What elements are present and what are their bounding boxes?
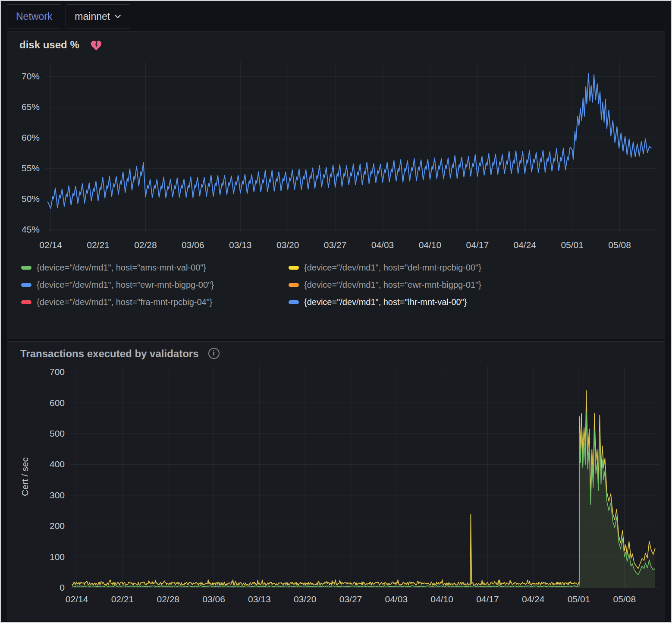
x-tick-label: 03/13: [248, 594, 271, 604]
x-tick-label: 04/10: [430, 594, 453, 604]
y-tick-label: 0: [60, 582, 65, 592]
legend-swatch: [289, 283, 299, 287]
legend-item[interactable]: {device="/dev/md1", host="fra-mnt-rpcbig…: [21, 297, 280, 307]
disk-chart-legend: {device="/dev/md1", host="ams-mnt-val-00…: [7, 258, 665, 307]
legend-item[interactable]: {device="/dev/md1", host="lhr-mnt-val-00…: [289, 297, 665, 307]
x-tick-label: 03/06: [202, 594, 225, 604]
disk-series-line: [48, 73, 652, 208]
legend-item[interactable]: {device="/dev/md1", host="del-mnt-rpcbig…: [289, 263, 665, 273]
dashboard-toolbar: Network mainnet: [1, 1, 671, 31]
x-tick-label: 03/27: [324, 240, 347, 250]
x-tick-label: 03/20: [276, 240, 299, 250]
x-tick-label: 05/01: [568, 594, 590, 604]
y-tick-label: 70%: [22, 71, 40, 81]
validator-certs-green-area: [72, 412, 655, 588]
x-tick-label: 03/27: [339, 594, 362, 604]
x-tick-label: 05/08: [613, 594, 636, 604]
x-tick-label: 02/21: [111, 594, 134, 604]
broken-heart-icon: [90, 39, 103, 51]
x-tick-label: 04/10: [419, 240, 442, 250]
panel-title: disk used %: [19, 39, 79, 51]
transactions-chart[interactable]: 010020030040050060070002/1402/2102/2803/…: [13, 360, 666, 613]
legend-label: {device="/dev/md1", host="fra-mnt-rpcbig…: [37, 297, 213, 307]
validator-certs-yellow-line: [72, 390, 655, 585]
panel-disk-used: disk used % 45%50%55%60%65%70%02/1402/21…: [7, 31, 665, 339]
info-circle-icon[interactable]: i: [208, 348, 220, 359]
y-tick-label: 400: [50, 459, 65, 469]
y-tick-label: 300: [50, 490, 65, 500]
x-tick-label: 02/28: [134, 240, 157, 250]
x-tick-label: 04/24: [522, 594, 545, 604]
network-variable-dropdown[interactable]: mainnet: [66, 4, 130, 28]
y-tick-label: 50%: [22, 194, 40, 204]
x-tick-label: 05/01: [561, 240, 584, 250]
x-tick-label: 04/03: [371, 240, 394, 250]
y-tick-label: 500: [50, 428, 65, 438]
x-tick-label: 04/17: [466, 240, 489, 250]
legend-swatch: [21, 283, 31, 287]
x-tick-label: 04/17: [476, 594, 499, 604]
x-tick-label: 02/28: [157, 594, 179, 604]
x-tick-label: 04/24: [514, 240, 537, 250]
legend-item[interactable]: {device="/dev/md1", host="ewr-mnt-bigpg-…: [21, 280, 280, 290]
x-tick-label: 02/21: [87, 240, 110, 250]
legend-label: {device="/dev/md1", host="ams-mnt-val-00…: [37, 263, 206, 273]
network-value: mainnet: [75, 11, 110, 22]
legend-swatch: [289, 266, 299, 270]
network-variable-label[interactable]: Network: [7, 4, 61, 28]
x-tick-label: 03/13: [229, 240, 252, 250]
x-tick-label: 03/06: [182, 240, 204, 250]
legend-item[interactable]: {device="/dev/md1", host="ams-mnt-val-00…: [21, 263, 280, 273]
legend-swatch: [289, 300, 299, 304]
legend-item[interactable]: {device="/dev/md1", host="ewr-mnt-bigpg-…: [289, 280, 665, 290]
y-axis-label: Cert / sec: [20, 457, 30, 496]
y-tick-label: 45%: [22, 224, 40, 234]
validator-certs-green-line: [72, 412, 655, 587]
network-label: Network: [16, 11, 52, 22]
y-tick-label: 700: [50, 367, 65, 377]
legend-swatch: [21, 300, 31, 304]
x-tick-label: 04/03: [385, 594, 408, 604]
validator-certs-yellow-area: [72, 390, 655, 588]
chevron-down-icon: [114, 14, 121, 19]
y-tick-label: 600: [50, 398, 65, 408]
x-tick-label: 02/14: [66, 594, 88, 604]
legend-label: {device="/dev/md1", host="ewr-mnt-bigpg-…: [37, 280, 214, 290]
y-tick-label: 60%: [22, 132, 40, 142]
panel-transactions: Transactions executed by validators i 01…: [7, 341, 665, 621]
legend-label: {device="/dev/md1", host="ewr-mnt-bigpg-…: [304, 280, 481, 290]
disk-used-chart[interactable]: 45%50%55%60%65%70%02/1402/2102/2803/0603…: [13, 52, 660, 257]
y-tick-label: 100: [50, 552, 65, 562]
x-tick-label: 05/08: [608, 240, 631, 250]
y-tick-label: 55%: [22, 163, 40, 173]
y-tick-label: 200: [50, 521, 65, 531]
legend-label: {device="/dev/md1", host="lhr-mnt-val-00…: [304, 297, 467, 307]
x-tick-label: 02/14: [39, 240, 62, 250]
legend-label: {device="/dev/md1", host="del-mnt-rpcbig…: [304, 263, 481, 273]
x-tick-label: 03/20: [294, 594, 317, 604]
legend-swatch: [21, 266, 31, 270]
y-tick-label: 65%: [22, 102, 40, 112]
panel-title: Transactions executed by validators: [7, 342, 199, 360]
